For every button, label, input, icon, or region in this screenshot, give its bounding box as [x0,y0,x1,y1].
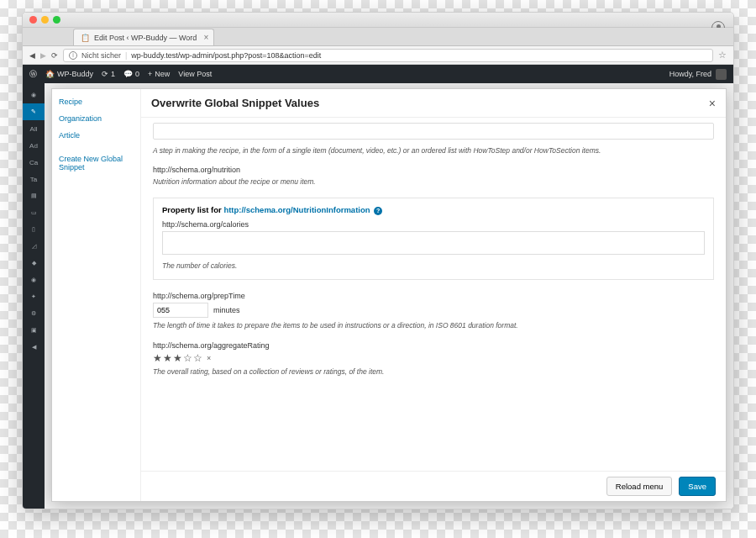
modal-header: Overwrite Global Snippet Values × [141,89,726,118]
wp-logo-icon[interactable]: ⓦ [29,69,37,80]
address-url: wp-buddy.test/wp-admin/post.php?post=108… [131,51,321,60]
adminbar-view-post[interactable]: View Post [178,70,212,78]
tab-favicon: 📋 [81,34,90,42]
adminbar-updates[interactable]: ⟳ 1 [102,70,115,78]
modal-footer: Reload menu Save [141,471,726,501]
browser-window: 📋 Edit Post ‹ WP-Buddy — Word × ◀ ▶ ⟳ i … [22,12,734,509]
calories-textarea[interactable] [162,231,705,255]
nested-heading: Property list for http://schema.org/Nutr… [162,205,705,215]
minimize-window-icon[interactable] [41,16,49,24]
rating-description: The overall rating, based on a collectio… [153,367,714,377]
security-label: Nicht sicher [81,51,121,60]
browser-addressbar: ◀ ▶ ⟳ i Nicht sicher | wp-buddy.test/wp-… [23,46,733,65]
address-field[interactable]: i Nicht sicher | wp-buddy.test/wp-admin/… [63,49,713,62]
calories-description: The number of calories. [162,261,705,271]
sidebar-item-generic[interactable]: ▣ [23,322,45,339]
modal-side-recipe[interactable]: Recipe [59,98,134,106]
tab-close-icon[interactable]: × [204,33,209,42]
maximize-window-icon[interactable] [53,16,60,24]
wp-main-area: Add Recipe Organization Article Create N… [45,83,733,509]
sidebar-sub-add[interactable]: Ad [23,137,45,154]
browser-tabbar: 📋 Edit Post ‹ WP-Buddy — Word × [23,28,733,46]
sidebar-collapse[interactable]: ◀ [23,339,45,356]
sidebar-item-tools[interactable]: ✦ [23,288,45,305]
reload-icon[interactable]: ⟳ [51,51,58,60]
nutrition-nested-box: Property list for http://schema.org/Nutr… [153,198,714,280]
wp-adminbar: ⓦ 🏠 WP-Buddy ⟳ 1 💬 0 + New View Post How… [23,65,733,83]
modal-side-article[interactable]: Article [59,131,134,140]
step-textarea[interactable] [153,123,714,140]
close-icon[interactable]: × [709,97,716,110]
close-window-icon[interactable] [29,16,37,24]
sidebar-item-comments[interactable]: ▯ [23,221,45,238]
sidebar-sub-cat[interactable]: Ca [23,154,45,171]
site-info-icon[interactable]: i [69,51,77,60]
calories-label: http://schema.org/calories [162,220,705,229]
step-description: A step in making the recipe, in the form… [153,146,714,156]
browser-tab[interactable]: 📋 Edit Post ‹ WP-Buddy — Word × [73,29,214,45]
tab-title: Edit Post ‹ WP-Buddy — Word [94,34,197,42]
sidebar-item-pages[interactable]: ▭ [23,204,45,221]
nav-back-icon[interactable]: ◀ [29,51,35,60]
modal-side-create-new[interactable]: Create New Global Snippet [59,155,134,171]
window-titlebar [23,13,733,28]
bookmark-icon[interactable]: ☆ [718,50,727,61]
preptime-unit: minutes [213,306,240,314]
wp-admin-sidebar: ◉ ✎ All Ad Ca Ta ▤ ▭ ▯ ◿ ◆ ◉ ✦ ⚙ ▣ ◀ [23,83,45,509]
modal-side-organization[interactable]: Organization [59,114,134,123]
avatar[interactable] [716,69,727,80]
sidebar-item-settings[interactable]: ⚙ [23,305,45,322]
sidebar-item-dashboard[interactable]: ◉ [23,87,45,103]
sidebar-sub-all[interactable]: All [23,120,45,137]
rating-label: http://schema.org/aggregateRating [153,341,714,350]
modal-title: Overwrite Global Snippet Values [151,97,319,109]
nutrition-label: http://schema.org/nutrition [153,166,714,174]
reload-menu-button[interactable]: Reload menu [606,477,673,496]
sidebar-item-media[interactable]: ▤ [23,187,45,204]
adminbar-howdy[interactable]: Howdy, Fred [669,70,711,78]
preptime-label: http://schema.org/prepTime [153,292,714,300]
modal-sidebar: Recipe Organization Article Create New G… [52,89,141,501]
adminbar-new[interactable]: + New [148,70,170,78]
preptime-description: The length of time it takes to prepare t… [153,321,714,330]
preptime-input[interactable] [153,303,208,318]
sidebar-item-posts[interactable]: ✎ [23,103,45,120]
adminbar-comments[interactable]: 💬 0 [123,70,139,78]
modal-body: A step in making the recipe, in the form… [141,118,726,471]
sidebar-item-users[interactable]: ◉ [23,272,45,288]
rating-clear-icon[interactable]: × [207,354,212,362]
nested-schema-link[interactable]: http://schema.org/NutritionInformation [223,205,370,214]
sidebar-item-plugins[interactable]: ◆ [23,255,45,272]
rating-stars[interactable]: ★★★☆☆ × [153,352,714,364]
save-button[interactable]: Save [679,477,716,496]
snippet-modal: Recipe Organization Article Create New G… [51,88,727,502]
nutrition-description: Nutrition information about the recipe o… [153,177,714,187]
nav-forward-icon[interactable]: ▶ [40,51,46,60]
sidebar-item-appearance[interactable]: ◿ [23,238,45,255]
adminbar-site[interactable]: 🏠 WP-Buddy [45,70,93,78]
help-icon[interactable]: ? [374,207,382,215]
sidebar-sub-tag[interactable]: Ta [23,171,45,187]
